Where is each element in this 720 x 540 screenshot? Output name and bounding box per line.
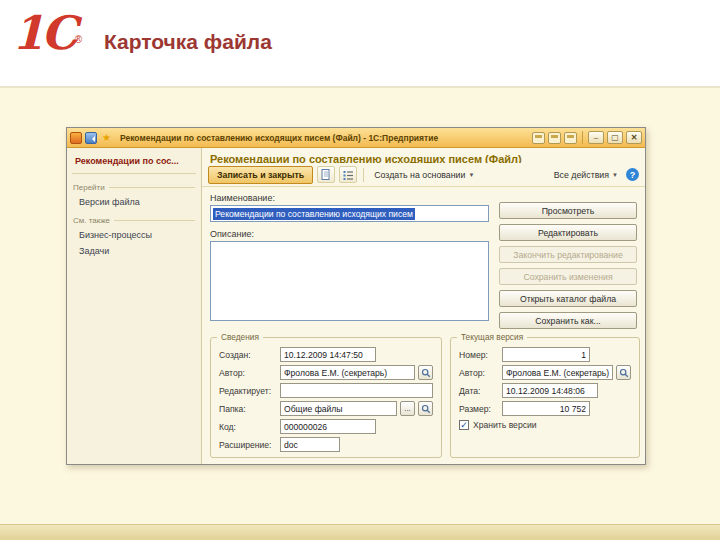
chevron-down-icon: ▼ bbox=[468, 172, 474, 178]
sidebar-item-tasks[interactable]: Задачи bbox=[67, 243, 201, 259]
list-icon bbox=[343, 170, 354, 180]
author-input[interactable]: Фролова Е.М. (секретарь) bbox=[280, 365, 415, 380]
sidebar-item-business-processes[interactable]: Бизнес-процессы bbox=[67, 227, 201, 243]
version-author-input[interactable]: Фролова Е.М. (секретарь) bbox=[502, 365, 613, 380]
form-main: Рекомендации по составлению исходящих пи… bbox=[202, 148, 645, 464]
name-input-selected-text: Рекомендации по составлению исходящих пи… bbox=[213, 208, 415, 220]
magnifier-icon bbox=[421, 404, 431, 414]
sidebar-divider bbox=[72, 173, 196, 174]
editing-row: Редактирует: bbox=[219, 383, 433, 398]
panel-icon-1[interactable] bbox=[532, 132, 545, 144]
created-label: Создан: bbox=[219, 350, 277, 360]
version-number-label: Номер: bbox=[459, 350, 499, 360]
editing-input[interactable] bbox=[280, 383, 433, 398]
folder-input[interactable]: Общие файлы bbox=[280, 401, 397, 416]
extension-input[interactable]: doc bbox=[280, 437, 340, 452]
window-body: Рекомендации по сос... Перейти Версии фа… bbox=[67, 148, 645, 464]
description-input[interactable] bbox=[210, 241, 489, 321]
app-window: ★ Рекомендации по составлению исходящих … bbox=[66, 127, 646, 465]
slide-header: 1С® Карточка файла bbox=[0, 0, 720, 88]
page-title: Карточка файла bbox=[104, 30, 272, 54]
folder-choose-button[interactable]: ... bbox=[400, 401, 415, 416]
extension-label: Расширение: bbox=[219, 440, 277, 450]
logo-text: 1С bbox=[12, 6, 75, 60]
app-icon bbox=[70, 132, 82, 144]
version-date-row: Дата: 10.12.2009 14:48:06 bbox=[459, 383, 631, 398]
nav-back-icon[interactable] bbox=[85, 132, 97, 144]
help-button[interactable]: ? bbox=[626, 168, 639, 181]
author-lookup-button[interactable] bbox=[418, 365, 433, 380]
file-icon bbox=[321, 169, 331, 180]
code-input[interactable]: 000000026 bbox=[280, 419, 376, 434]
version-size-label: Размер: bbox=[459, 404, 499, 414]
keep-versions-row: ✓ Хранить версии bbox=[459, 420, 631, 430]
group-boxes: Сведения Создан: 10.12.2009 14:47:50 Авт… bbox=[202, 331, 645, 464]
version-author-row: Автор: Фролова Е.М. (секретарь) bbox=[459, 365, 631, 380]
version-size-input[interactable]: 10 752 bbox=[502, 401, 590, 416]
create-based-on-button[interactable]: Создать на основании ▼ bbox=[370, 168, 478, 182]
sidebar-header: Рекомендации по сос... bbox=[67, 151, 201, 172]
form-title: Рекомендации по составлению исходящих пи… bbox=[202, 148, 645, 163]
code-row: Код: 000000026 bbox=[219, 419, 433, 434]
save-icon-button[interactable] bbox=[317, 166, 335, 183]
file-actions-column: Просмотреть Редактировать Закончить реда… bbox=[499, 193, 637, 329]
folder-label: Папка: bbox=[219, 404, 277, 414]
logo-registered-mark: ® bbox=[75, 34, 82, 45]
toolbar-separator bbox=[363, 168, 364, 182]
name-field-label: Наименование: bbox=[210, 193, 489, 203]
version-number-row: Номер: 1 bbox=[459, 347, 631, 362]
all-actions-button[interactable]: Все действия ▼ bbox=[550, 168, 622, 182]
panel-icon-3[interactable] bbox=[564, 132, 577, 144]
version-size-row: Размер: 10 752 bbox=[459, 401, 631, 416]
version-date-input[interactable]: 10.12.2009 14:48:06 bbox=[502, 383, 598, 398]
save-as-button[interactable]: Сохранить как... bbox=[499, 312, 637, 329]
maximize-button[interactable]: ▢ bbox=[607, 131, 623, 144]
info-groupbox: Сведения Создан: 10.12.2009 14:47:50 Авт… bbox=[210, 337, 442, 458]
save-and-close-button[interactable]: Записать и закрыть bbox=[208, 166, 313, 184]
created-row: Создан: 10.12.2009 14:47:50 bbox=[219, 347, 433, 362]
keep-versions-checkbox[interactable]: ✓ bbox=[459, 420, 469, 430]
version-number-input[interactable]: 1 bbox=[502, 347, 590, 362]
view-button[interactable]: Просмотреть bbox=[499, 202, 637, 219]
favorites-star-icon[interactable]: ★ bbox=[100, 132, 113, 144]
panel-icon-2[interactable] bbox=[548, 132, 561, 144]
sidebar-item-file-versions[interactable]: Версии файла bbox=[67, 194, 201, 210]
create-based-on-label: Создать на основании bbox=[374, 170, 465, 180]
description-field-label: Описание: bbox=[210, 229, 489, 239]
version-date-label: Дата: bbox=[459, 386, 499, 396]
list-icon-button[interactable] bbox=[339, 166, 357, 183]
editing-label: Редактирует: bbox=[219, 386, 277, 396]
slide: 1С® Карточка файла ★ Рекомендации по сос… bbox=[0, 0, 720, 540]
sidebar-group-line bbox=[109, 187, 195, 188]
sidebar-group-navigate: Перейти bbox=[67, 177, 201, 194]
sidebar-group-see-also: См. также bbox=[67, 210, 201, 227]
magnifier-icon bbox=[421, 368, 431, 378]
sidebar-group-label: Перейти bbox=[73, 183, 105, 192]
titlebar-separator bbox=[582, 131, 583, 144]
form-body: Наименование: Рекомендации по составлени… bbox=[202, 187, 645, 331]
author-label: Автор: bbox=[219, 368, 277, 378]
window-titlebar[interactable]: ★ Рекомендации по составлению исходящих … bbox=[67, 128, 645, 148]
slide-footer bbox=[0, 524, 720, 540]
keep-versions-label: Хранить версии bbox=[473, 420, 537, 430]
current-version-groupbox: Текущая версия Номер: 1 Автор: Фролова Е… bbox=[450, 337, 640, 458]
save-changes-button: Сохранить изменения bbox=[499, 268, 637, 285]
fields-column: Наименование: Рекомендации по составлени… bbox=[210, 193, 489, 329]
version-author-lookup-button[interactable] bbox=[616, 365, 631, 380]
edit-button[interactable]: Редактировать bbox=[499, 224, 637, 241]
created-input[interactable]: 10.12.2009 14:47:50 bbox=[280, 347, 376, 362]
sidebar-group-label: См. также bbox=[73, 216, 110, 225]
folder-row: Папка: Общие файлы ... bbox=[219, 401, 433, 416]
name-input[interactable]: Рекомендации по составлению исходящих пи… bbox=[210, 205, 489, 222]
chevron-down-icon: ▼ bbox=[612, 172, 618, 178]
folder-lookup-button[interactable] bbox=[418, 401, 433, 416]
version-author-label: Автор: bbox=[459, 368, 499, 378]
minimize-button[interactable]: – bbox=[588, 131, 604, 144]
close-button[interactable]: ✕ bbox=[626, 131, 642, 144]
form-toolbar: Записать и закрыть Создать на основании … bbox=[202, 163, 645, 187]
info-group-legend: Сведения bbox=[217, 332, 263, 342]
logo-1c: 1С® bbox=[12, 6, 82, 60]
open-file-folder-button[interactable]: Открыть каталог файла bbox=[499, 290, 637, 307]
finish-editing-button: Закончить редактирование bbox=[499, 246, 637, 263]
code-label: Код: bbox=[219, 422, 277, 432]
